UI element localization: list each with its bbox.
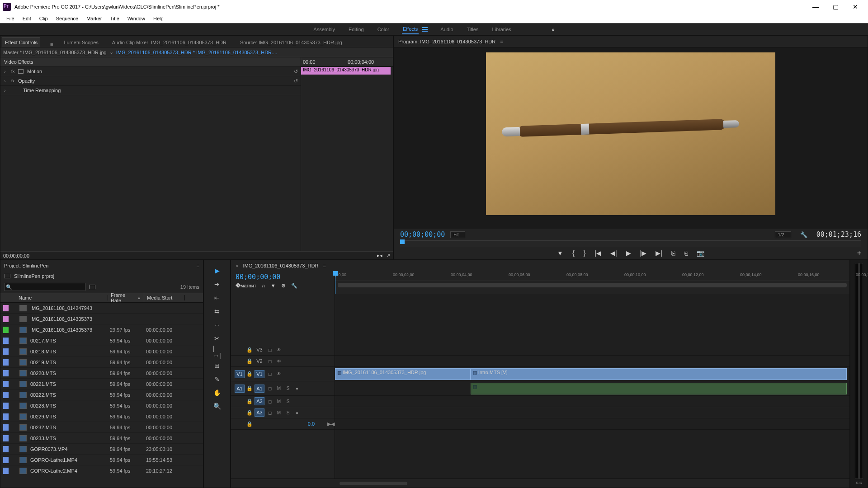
ec-panel-menu-icon[interactable]: ≡ xyxy=(50,42,53,47)
settings-icon[interactable]: 🔧 xyxy=(800,231,807,238)
project-row[interactable]: 00228.MTS59.94 fps00:00:00:00 xyxy=(0,400,203,411)
project-row[interactable]: IMG_20161106_014247943 xyxy=(0,303,203,314)
label-swatch[interactable] xyxy=(3,435,9,441)
track-header-v3[interactable]: 🔒 V3 ◻ 👁 xyxy=(231,344,335,356)
project-row[interactable]: 00220.MTS59.94 fps00:00:00:00 xyxy=(0,368,203,379)
add-marker-button[interactable]: ▼ xyxy=(557,249,563,257)
lift-button[interactable]: ⎘ xyxy=(671,249,675,257)
voice-record-icon[interactable]: ● xyxy=(293,386,301,391)
snap-icon[interactable]: �магнит xyxy=(236,283,256,289)
label-swatch[interactable] xyxy=(3,457,9,463)
track-v3[interactable] xyxy=(335,344,849,356)
col-framerate[interactable]: Frame Rate▲ xyxy=(108,292,144,303)
label-swatch[interactable] xyxy=(3,392,9,398)
tab-source-monitor[interactable]: Source: IMG_20161106_014305373_HDR.jpg xyxy=(237,38,345,47)
go-to-in-button[interactable]: |◀ xyxy=(594,249,601,257)
mute-button[interactable]: M xyxy=(275,386,283,391)
label-swatch[interactable] xyxy=(3,359,9,366)
ec-clip-bar[interactable]: IMG_20161106_014305373_HDR.jpg xyxy=(301,67,391,75)
eye-icon[interactable]: 👁 xyxy=(275,347,283,352)
ws-color[interactable]: Color xyxy=(377,25,390,34)
fx-badge[interactable]: fx xyxy=(11,69,14,74)
ec-ruler[interactable]: 00;00 ;00;00;04;00 xyxy=(301,57,393,67)
track-v1[interactable]: ▧ IMG_20161106_014305373_HDR.jpg ▧ Intro… xyxy=(335,367,849,381)
menu-title[interactable]: Title xyxy=(106,15,123,22)
expand-icon[interactable]: › xyxy=(4,88,8,93)
project-row[interactable]: GOPRO-Lathe2.MP459.94 fps20:10:27:12 xyxy=(0,465,203,476)
project-row[interactable]: 00219.MTS59.94 fps00:00:00:00 xyxy=(0,357,203,368)
menu-window[interactable]: Window xyxy=(124,15,149,22)
tab-audio-clip-mixer[interactable]: Audio Clip Mixer: IMG_20161106_014305373… xyxy=(109,38,229,47)
mute-button[interactable]: M xyxy=(275,410,283,415)
lock-icon[interactable]: 🔒 xyxy=(246,347,253,353)
slide-tool[interactable]: ⊞ xyxy=(213,361,221,370)
sync-lock-icon[interactable]: ◻ xyxy=(266,371,274,376)
ec-mini-timeline[interactable]: 00;00 ;00;00;04;00 IMG_20161106_01430537… xyxy=(301,57,393,251)
track-header-a3[interactable]: 🔒 A3 ◻ M S ● xyxy=(231,407,335,418)
program-viewer[interactable] xyxy=(394,47,868,229)
menu-clip[interactable]: Clip xyxy=(36,15,52,22)
track-v2[interactable] xyxy=(335,356,849,367)
chevron-down-icon[interactable]: ⌄ xyxy=(109,49,113,55)
mark-out-button[interactable]: } xyxy=(584,249,586,257)
razor-tool[interactable]: ✂ xyxy=(213,334,221,343)
project-row[interactable]: 00221.MTS59.94 fps00:00:00:00 xyxy=(0,379,203,389)
ec-loop-icon[interactable]: ▸◂ xyxy=(377,253,382,258)
sync-lock-icon[interactable]: ◻ xyxy=(266,347,274,352)
rate-stretch-tool[interactable]: ↔ xyxy=(213,321,221,329)
maximize-button[interactable]: ▢ xyxy=(826,0,845,13)
expand-icon[interactable]: › xyxy=(4,69,8,74)
solo-button[interactable]: S xyxy=(284,410,292,415)
tab-effect-controls[interactable]: Effect Controls xyxy=(2,37,40,47)
track-header-a1[interactable]: A1 🔒 A1 ◻ M S ● xyxy=(231,381,335,396)
linked-selection-icon[interactable]: ∩ xyxy=(262,283,265,289)
ec-row-opacity[interactable]: › fx Opacity ↺ xyxy=(0,76,301,86)
clip-intro-video[interactable]: ▧ Intro.MTS [V] xyxy=(471,368,847,380)
project-row[interactable]: 00233.MTS59.94 fps00:00:00:00 xyxy=(0,433,203,444)
label-swatch[interactable] xyxy=(3,413,9,420)
ripple-edit-tool[interactable]: ⇤ xyxy=(213,294,221,302)
motion-rect-icon[interactable] xyxy=(18,69,24,74)
fit-dropdown[interactable]: Fit xyxy=(450,231,465,238)
track-master[interactable] xyxy=(335,418,849,430)
ws-assembly[interactable]: Assembly xyxy=(312,25,336,34)
export-frame-button[interactable]: 📷 xyxy=(697,249,704,257)
ws-titles[interactable]: Titles xyxy=(466,25,480,34)
timeline-ruler[interactable]: ;00;0000;00;02;0000;00;04;0000;00;06;000… xyxy=(335,271,849,294)
project-panel-menu-icon[interactable]: ≡ xyxy=(197,263,199,268)
project-search-input[interactable] xyxy=(4,283,85,291)
ec-row-time-remapping[interactable]: › Time Remapping xyxy=(0,86,301,95)
go-to-out-button[interactable]: ▶| xyxy=(656,249,662,257)
audio-meters[interactable] xyxy=(855,263,863,479)
menu-file[interactable]: File xyxy=(3,15,18,22)
project-row[interactable]: GOPR0073.MP459.94 fps23:05:03:10 xyxy=(0,444,203,455)
step-back-button[interactable]: ◀| xyxy=(610,249,617,257)
program-panel-menu-icon[interactable]: ≡ xyxy=(500,39,503,44)
mark-in-button[interactable]: { xyxy=(572,249,575,257)
track-target-v2[interactable]: V2 xyxy=(255,357,264,365)
eye-icon[interactable]: 👁 xyxy=(275,359,283,364)
expand-icon[interactable]: › xyxy=(4,78,8,84)
play-button[interactable]: ▶ xyxy=(626,249,631,257)
lock-icon[interactable]: 🔒 xyxy=(246,371,253,377)
step-forward-button[interactable]: |▶ xyxy=(640,249,647,257)
label-swatch[interactable] xyxy=(3,348,9,355)
project-row[interactable]: 00222.MTS59.94 fps00:00:00:00 xyxy=(0,389,203,400)
label-swatch[interactable] xyxy=(3,370,9,376)
lock-icon[interactable]: 🔒 xyxy=(246,421,253,427)
ws-audio[interactable]: Audio xyxy=(439,25,454,34)
label-swatch[interactable] xyxy=(3,338,9,344)
wrench-icon[interactable]: 🔧 xyxy=(291,283,297,289)
project-row[interactable]: GOPRO-Lathe1.MP459.94 fps19:55:14:53 xyxy=(0,455,203,465)
label-swatch[interactable] xyxy=(3,305,9,311)
clip-image[interactable]: ▧ IMG_20161106_014305373_HDR.jpg xyxy=(335,368,471,380)
selection-tool[interactable]: ▶ xyxy=(213,267,221,275)
label-swatch[interactable] xyxy=(3,403,9,409)
lock-icon[interactable]: 🔒 xyxy=(246,410,253,416)
source-patch-v1[interactable]: V1 xyxy=(235,370,245,378)
add-marker-icon[interactable]: ▼ xyxy=(271,283,276,289)
track-a3[interactable] xyxy=(335,407,849,418)
project-row[interactable]: IMG_20161106_01430537329.97 fps00;00;00;… xyxy=(0,324,203,335)
zoom-tool[interactable]: 🔍 xyxy=(213,402,221,410)
track-header-v2[interactable]: 🔒 V2 ◻ 👁 xyxy=(231,356,335,367)
